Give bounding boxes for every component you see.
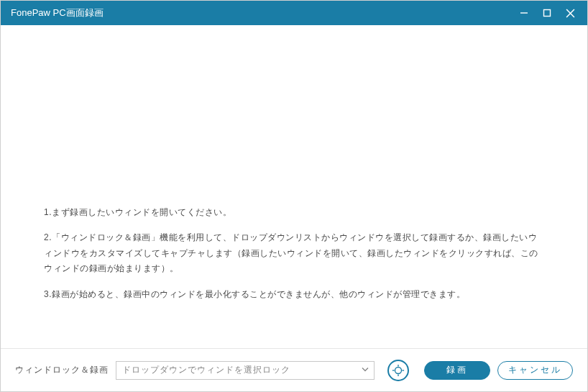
window-lock-label: ウィンドロック＆録画	[15, 364, 109, 376]
crosshair-icon	[392, 364, 405, 377]
target-picker-button[interactable]	[387, 360, 409, 381]
app-window: FonePaw PC画面録画 1.まず録画したいウィンドを開いてください。 2.…	[0, 0, 588, 392]
cancel-button[interactable]: キャンセル	[497, 361, 573, 380]
window-select-dropdown[interactable]: ドロップダウンでウィンドを選択ロック	[116, 361, 375, 380]
svg-rect-1	[544, 10, 551, 17]
minimize-icon	[520, 9, 528, 17]
instructions-panel: 1.まず録画したいウィンドを開いてください。 2.「ウィンドロック＆録画」機能を…	[1, 25, 587, 348]
maximize-button[interactable]	[536, 1, 559, 25]
close-icon	[566, 9, 575, 18]
chevron-down-icon	[361, 365, 369, 375]
titlebar: FonePaw PC画面録画	[1, 1, 587, 25]
dropdown-placeholder: ドロップダウンでウィンドを選択ロック	[122, 364, 290, 376]
footer-bar: ウィンドロック＆録画 ドロップダウンでウィンドを選択ロック 録画 キャンセル	[1, 348, 587, 391]
instruction-step-2: 2.「ウィンドロック＆録画」機能を利用して、ドロップダウンリストからウィンドウを…	[44, 230, 544, 277]
instruction-step-1: 1.まず録画したいウィンドを開いてください。	[44, 205, 544, 221]
cancel-button-label: キャンセル	[508, 364, 562, 376]
close-button[interactable]	[559, 1, 582, 25]
minimize-button[interactable]	[513, 1, 536, 25]
record-button[interactable]: 録画	[424, 361, 490, 380]
record-button-label: 録画	[446, 364, 468, 376]
svg-point-4	[395, 367, 402, 373]
app-title: FonePaw PC画面録画	[11, 6, 104, 19]
instruction-step-3: 3.録画が始めると、録画中のウィンドを最小化することができませんが、他のウィンド…	[44, 287, 544, 303]
maximize-icon	[543, 9, 551, 17]
